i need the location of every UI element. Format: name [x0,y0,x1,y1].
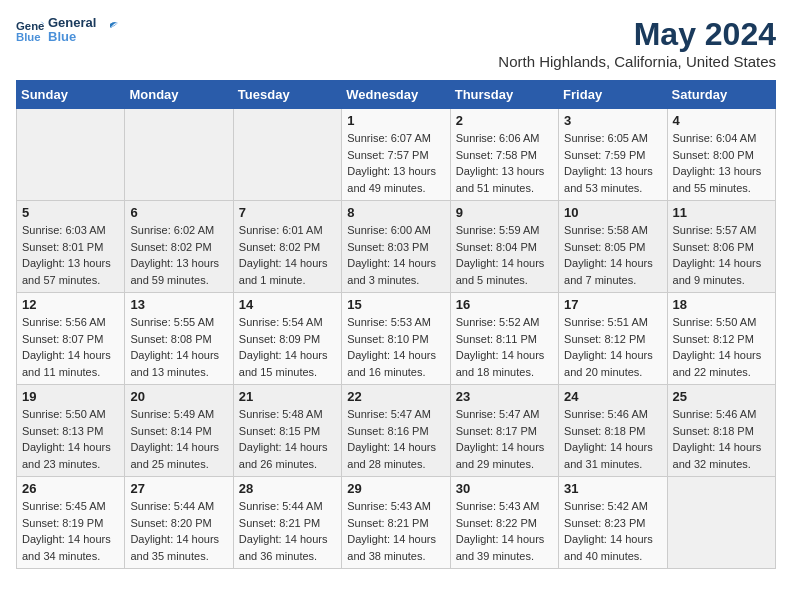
calendar-cell: 22Sunrise: 5:47 AM Sunset: 8:16 PM Dayli… [342,385,450,477]
header-wednesday: Wednesday [342,81,450,109]
calendar-cell: 12Sunrise: 5:56 AM Sunset: 8:07 PM Dayli… [17,293,125,385]
logo-bird-icon [100,20,120,40]
day-number: 3 [564,113,661,128]
calendar-cell: 4Sunrise: 6:04 AM Sunset: 8:00 PM Daylig… [667,109,775,201]
calendar-cell: 6Sunrise: 6:02 AM Sunset: 8:02 PM Daylig… [125,201,233,293]
calendar-table: Sunday Monday Tuesday Wednesday Thursday… [16,80,776,569]
day-info: Sunrise: 6:07 AM Sunset: 7:57 PM Dayligh… [347,130,444,196]
calendar-cell [233,109,341,201]
day-number: 18 [673,297,770,312]
day-info: Sunrise: 5:45 AM Sunset: 8:19 PM Dayligh… [22,498,119,564]
day-number: 21 [239,389,336,404]
title-area: May 2024 North Highlands, California, Un… [498,16,776,70]
day-info: Sunrise: 5:48 AM Sunset: 8:15 PM Dayligh… [239,406,336,472]
day-info: Sunrise: 5:51 AM Sunset: 8:12 PM Dayligh… [564,314,661,380]
day-number: 26 [22,481,119,496]
calendar-week-row: 26Sunrise: 5:45 AM Sunset: 8:19 PM Dayli… [17,477,776,569]
day-number: 2 [456,113,553,128]
header-thursday: Thursday [450,81,558,109]
day-number: 12 [22,297,119,312]
day-number: 7 [239,205,336,220]
day-number: 29 [347,481,444,496]
calendar-cell: 20Sunrise: 5:49 AM Sunset: 8:14 PM Dayli… [125,385,233,477]
logo: General Blue General Blue [16,16,120,45]
calendar-cell: 23Sunrise: 5:47 AM Sunset: 8:17 PM Dayli… [450,385,558,477]
calendar-cell: 26Sunrise: 5:45 AM Sunset: 8:19 PM Dayli… [17,477,125,569]
calendar-cell: 11Sunrise: 5:57 AM Sunset: 8:06 PM Dayli… [667,201,775,293]
day-number: 28 [239,481,336,496]
day-info: Sunrise: 5:58 AM Sunset: 8:05 PM Dayligh… [564,222,661,288]
calendar-cell: 3Sunrise: 6:05 AM Sunset: 7:59 PM Daylig… [559,109,667,201]
day-number: 13 [130,297,227,312]
logo-text-line1: General [48,16,96,30]
day-info: Sunrise: 6:05 AM Sunset: 7:59 PM Dayligh… [564,130,661,196]
day-info: Sunrise: 5:46 AM Sunset: 8:18 PM Dayligh… [564,406,661,472]
day-info: Sunrise: 6:01 AM Sunset: 8:02 PM Dayligh… [239,222,336,288]
header-sunday: Sunday [17,81,125,109]
day-number: 31 [564,481,661,496]
calendar-cell [125,109,233,201]
calendar-cell: 27Sunrise: 5:44 AM Sunset: 8:20 PM Dayli… [125,477,233,569]
day-info: Sunrise: 5:53 AM Sunset: 8:10 PM Dayligh… [347,314,444,380]
day-number: 11 [673,205,770,220]
calendar-cell: 1Sunrise: 6:07 AM Sunset: 7:57 PM Daylig… [342,109,450,201]
day-info: Sunrise: 6:06 AM Sunset: 7:58 PM Dayligh… [456,130,553,196]
calendar-cell: 7Sunrise: 6:01 AM Sunset: 8:02 PM Daylig… [233,201,341,293]
header-friday: Friday [559,81,667,109]
subtitle: North Highlands, California, United Stat… [498,53,776,70]
header-tuesday: Tuesday [233,81,341,109]
calendar-cell: 24Sunrise: 5:46 AM Sunset: 8:18 PM Dayli… [559,385,667,477]
calendar-cell: 15Sunrise: 5:53 AM Sunset: 8:10 PM Dayli… [342,293,450,385]
calendar-cell: 10Sunrise: 5:58 AM Sunset: 8:05 PM Dayli… [559,201,667,293]
day-number: 9 [456,205,553,220]
day-info: Sunrise: 5:59 AM Sunset: 8:04 PM Dayligh… [456,222,553,288]
day-info: Sunrise: 6:03 AM Sunset: 8:01 PM Dayligh… [22,222,119,288]
day-number: 24 [564,389,661,404]
day-number: 19 [22,389,119,404]
day-info: Sunrise: 6:04 AM Sunset: 8:00 PM Dayligh… [673,130,770,196]
calendar-week-row: 12Sunrise: 5:56 AM Sunset: 8:07 PM Dayli… [17,293,776,385]
calendar-cell [17,109,125,201]
calendar-week-row: 5Sunrise: 6:03 AM Sunset: 8:01 PM Daylig… [17,201,776,293]
day-number: 6 [130,205,227,220]
calendar-cell: 29Sunrise: 5:43 AM Sunset: 8:21 PM Dayli… [342,477,450,569]
header-monday: Monday [125,81,233,109]
calendar-cell: 9Sunrise: 5:59 AM Sunset: 8:04 PM Daylig… [450,201,558,293]
day-number: 20 [130,389,227,404]
calendar-cell: 21Sunrise: 5:48 AM Sunset: 8:15 PM Dayli… [233,385,341,477]
calendar-cell: 13Sunrise: 5:55 AM Sunset: 8:08 PM Dayli… [125,293,233,385]
calendar-week-row: 19Sunrise: 5:50 AM Sunset: 8:13 PM Dayli… [17,385,776,477]
day-info: Sunrise: 5:49 AM Sunset: 8:14 PM Dayligh… [130,406,227,472]
day-number: 16 [456,297,553,312]
svg-text:General: General [16,20,44,32]
calendar-cell: 28Sunrise: 5:44 AM Sunset: 8:21 PM Dayli… [233,477,341,569]
day-info: Sunrise: 5:50 AM Sunset: 8:12 PM Dayligh… [673,314,770,380]
day-number: 15 [347,297,444,312]
day-info: Sunrise: 5:47 AM Sunset: 8:17 PM Dayligh… [456,406,553,472]
day-number: 1 [347,113,444,128]
calendar-cell: 31Sunrise: 5:42 AM Sunset: 8:23 PM Dayli… [559,477,667,569]
day-info: Sunrise: 5:50 AM Sunset: 8:13 PM Dayligh… [22,406,119,472]
calendar-cell: 19Sunrise: 5:50 AM Sunset: 8:13 PM Dayli… [17,385,125,477]
calendar-cell: 14Sunrise: 5:54 AM Sunset: 8:09 PM Dayli… [233,293,341,385]
day-info: Sunrise: 5:43 AM Sunset: 8:21 PM Dayligh… [347,498,444,564]
day-info: Sunrise: 6:02 AM Sunset: 8:02 PM Dayligh… [130,222,227,288]
calendar-cell: 5Sunrise: 6:03 AM Sunset: 8:01 PM Daylig… [17,201,125,293]
calendar-cell: 8Sunrise: 6:00 AM Sunset: 8:03 PM Daylig… [342,201,450,293]
day-number: 27 [130,481,227,496]
calendar-cell: 25Sunrise: 5:46 AM Sunset: 8:18 PM Dayli… [667,385,775,477]
day-number: 10 [564,205,661,220]
day-number: 14 [239,297,336,312]
day-info: Sunrise: 5:42 AM Sunset: 8:23 PM Dayligh… [564,498,661,564]
svg-text:Blue: Blue [16,32,41,44]
day-info: Sunrise: 5:43 AM Sunset: 8:22 PM Dayligh… [456,498,553,564]
day-info: Sunrise: 5:54 AM Sunset: 8:09 PM Dayligh… [239,314,336,380]
day-number: 22 [347,389,444,404]
day-info: Sunrise: 5:47 AM Sunset: 8:16 PM Dayligh… [347,406,444,472]
main-title: May 2024 [498,16,776,53]
day-info: Sunrise: 5:44 AM Sunset: 8:21 PM Dayligh… [239,498,336,564]
day-info: Sunrise: 5:57 AM Sunset: 8:06 PM Dayligh… [673,222,770,288]
day-info: Sunrise: 5:55 AM Sunset: 8:08 PM Dayligh… [130,314,227,380]
day-info: Sunrise: 5:46 AM Sunset: 8:18 PM Dayligh… [673,406,770,472]
calendar-cell: 2Sunrise: 6:06 AM Sunset: 7:58 PM Daylig… [450,109,558,201]
